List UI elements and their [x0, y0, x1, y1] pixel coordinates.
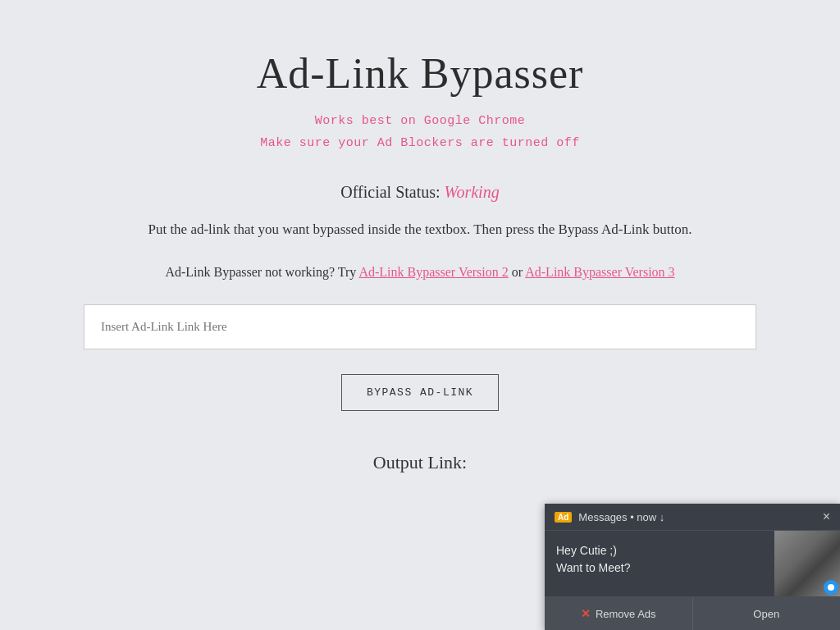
ad-header-text: Messages • now ↓ [578, 511, 664, 523]
status-value: Working [445, 183, 500, 201]
status-label: Official Status: [340, 183, 440, 201]
version3-link[interactable]: Ad-Link Bypasser Version 3 [525, 265, 674, 279]
ad-popup-image-badge [824, 580, 838, 595]
input-container [84, 304, 756, 349]
ad-message-line2: Want to Meet? [556, 559, 763, 577]
ad-link-input[interactable] [84, 304, 756, 349]
ad-popup-header-left: Ad Messages • now ↓ [555, 511, 664, 523]
or-text: or [512, 265, 525, 279]
page-title: Ad-Link Bypasser [84, 49, 756, 98]
ad-close-button[interactable]: × [823, 510, 830, 523]
bypass-button[interactable]: BYPASS AD-LINK [341, 374, 499, 411]
not-working-prefix: Ad-Link Bypasser not working? Try [165, 265, 356, 279]
ad-popup-body: Hey Cutie ;) Want to Meet? [545, 531, 840, 596]
ad-popup-actions: ✕ Remove Ads Open [545, 596, 840, 630]
subtitle-adblocker: Make sure your Ad Blockers are turned of… [84, 136, 756, 150]
ad-popup-image [774, 531, 840, 596]
ad-message-line1: Hey Cutie ;) [556, 542, 763, 559]
ad-popup: Ad Messages • now ↓ × Hey Cutie ;) Want … [545, 504, 840, 630]
instructions-text: Put the ad-link that you want bypassed i… [84, 218, 756, 240]
ad-popup-header: Ad Messages • now ↓ × [545, 504, 840, 531]
subtitle-chrome: Works best on Google Chrome [84, 114, 756, 128]
ad-badge: Ad [555, 512, 572, 523]
status-line: Official Status: Working [84, 183, 756, 202]
x-icon: ✕ [581, 607, 591, 620]
output-label: Output Link: [84, 452, 756, 473]
version2-link[interactable]: Ad-Link Bypasser Version 2 [358, 265, 508, 279]
remove-ads-button[interactable]: ✕ Remove Ads [545, 597, 693, 630]
not-working-line: Ad-Link Bypasser not working? Try Ad-Lin… [84, 265, 756, 280]
open-ad-button[interactable]: Open [693, 597, 841, 630]
remove-ads-label: Remove Ads [596, 608, 656, 620]
page-container: Ad-Link Bypasser Works best on Google Ch… [67, 0, 773, 523]
ad-popup-text: Hey Cutie ;) Want to Meet? [545, 531, 774, 596]
ad-popup-image-inner [774, 531, 840, 596]
